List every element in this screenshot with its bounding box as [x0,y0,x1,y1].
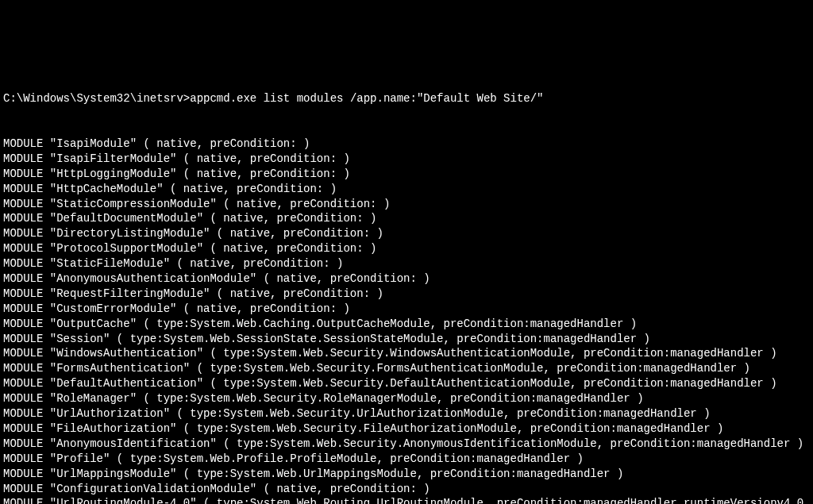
output-line: MODULE "StaticCompressionModule" ( nativ… [3,197,810,212]
output-line: MODULE "RoleManager" ( type:System.Web.S… [3,391,810,406]
output-line: MODULE "DefaultAuthentication" ( type:Sy… [3,376,810,391]
command-text: appcmd.exe list modules /app.name:"Defau… [190,92,543,105]
output-line: MODULE "StaticFileModule" ( native, preC… [3,256,810,271]
output-line: MODULE "DefaultDocumentModule" ( native,… [3,211,810,226]
output-line: MODULE "WindowsAuthentication" ( type:Sy… [3,346,810,361]
output-line: MODULE "DirectoryListingModule" ( native… [3,226,810,241]
output-line: MODULE "OutputCache" ( type:System.Web.C… [3,317,810,332]
output-line: MODULE "RequestFilteringModule" ( native… [3,287,810,302]
output-line: MODULE "UrlMappingsModule" ( type:System… [3,467,810,482]
output-line: MODULE "HttpLoggingModule" ( native, pre… [3,167,810,182]
output-line: MODULE "AnonymousIdentification" ( type:… [3,437,810,452]
output-line: MODULE "ConfigurationValidationModule" (… [3,482,810,497]
output-line: MODULE "UrlRoutingModule-4.0" ( type:Sys… [3,496,810,504]
output-line: MODULE "Profile" ( type:System.Web.Profi… [3,452,810,467]
output-line: MODULE "ProtocolSupportModule" ( native,… [3,241,810,256]
output-line: MODULE "UrlAuthorization" ( type:System.… [3,406,810,421]
output-line: MODULE "HttpCacheModule" ( native, preCo… [3,182,810,197]
output-line: MODULE "FormsAuthentication" ( type:Syst… [3,361,810,376]
terminal-output[interactable]: C:\Windows\System32\inetsrv>appcmd.exe l… [3,62,810,504]
command-line: C:\Windows\System32\inetsrv>appcmd.exe l… [3,91,810,106]
output-line: MODULE "Session" ( type:System.Web.Sessi… [3,332,810,347]
output-lines-container: MODULE "IsapiModule" ( native, preCondit… [3,137,810,504]
output-line: MODULE "IsapiFilterModule" ( native, pre… [3,152,810,167]
output-line: MODULE "AnonymousAuthenticationModule" (… [3,271,810,287]
output-line: MODULE "CustomErrorModule" ( native, pre… [3,302,810,317]
output-line: MODULE "IsapiModule" ( native, preCondit… [3,137,810,152]
prompt-path: C:\Windows\System32\inetsrv> [3,92,190,105]
output-line: MODULE "FileAuthorization" ( type:System… [3,421,810,437]
